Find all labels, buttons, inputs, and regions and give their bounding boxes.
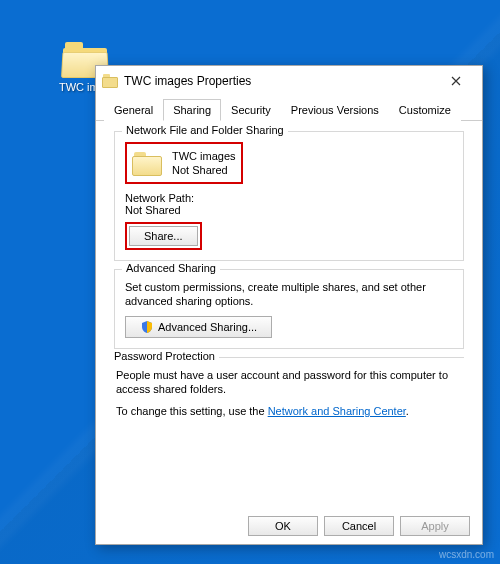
close-icon bbox=[451, 76, 461, 86]
tab-strip: General Sharing Security Previous Versio… bbox=[96, 98, 482, 121]
folder-icon bbox=[102, 74, 118, 88]
ok-button[interactable]: OK bbox=[248, 516, 318, 536]
watermark: wcsxdn.com bbox=[439, 549, 494, 560]
password-desc: People must have a user account and pass… bbox=[116, 368, 462, 396]
share-button[interactable]: Share... bbox=[129, 226, 198, 246]
tab-security[interactable]: Security bbox=[221, 99, 281, 121]
text: To change this setting, use the bbox=[116, 405, 268, 417]
network-sharing-center-link[interactable]: Network and Sharing Center bbox=[268, 405, 406, 417]
tab-general[interactable]: General bbox=[104, 99, 163, 121]
advanced-sharing-label: Advanced Sharing... bbox=[158, 321, 257, 333]
titlebar[interactable]: TWC images Properties bbox=[96, 66, 482, 96]
highlight-share-button: Share... bbox=[125, 222, 202, 250]
tab-previous-versions[interactable]: Previous Versions bbox=[281, 99, 389, 121]
properties-dialog: TWC images Properties General Sharing Se… bbox=[95, 65, 483, 545]
password-change-hint: To change this setting, use the Network … bbox=[116, 404, 462, 418]
group-legend: Network File and Folder Sharing bbox=[122, 124, 288, 136]
network-sharing-group: Network File and Folder Sharing TWC imag… bbox=[114, 131, 464, 261]
apply-button[interactable]: Apply bbox=[400, 516, 470, 536]
highlight-share-status: TWC images Not Shared bbox=[125, 142, 243, 184]
group-legend: Password Protection bbox=[114, 350, 219, 362]
share-status: Not Shared bbox=[172, 163, 236, 177]
network-path-value: Not Shared bbox=[125, 204, 453, 216]
group-legend: Advanced Sharing bbox=[122, 262, 220, 274]
advanced-desc: Set custom permissions, create multiple … bbox=[125, 280, 453, 308]
advanced-sharing-button[interactable]: Advanced Sharing... bbox=[125, 316, 272, 338]
text: . bbox=[406, 405, 409, 417]
tab-sharing[interactable]: Sharing bbox=[163, 99, 221, 121]
password-protection-group: Password Protection People must have a u… bbox=[114, 357, 464, 436]
cancel-button[interactable]: Cancel bbox=[324, 516, 394, 536]
folder-name: TWC images bbox=[172, 149, 236, 163]
advanced-sharing-group: Advanced Sharing Set custom permissions,… bbox=[114, 269, 464, 349]
shield-icon bbox=[140, 320, 154, 334]
dialog-footer: OK Cancel Apply bbox=[96, 508, 482, 544]
dialog-title: TWC images Properties bbox=[124, 74, 251, 88]
folder-icon bbox=[132, 150, 162, 176]
close-button[interactable] bbox=[436, 67, 476, 95]
network-path-label: Network Path: bbox=[125, 192, 453, 204]
tab-customize[interactable]: Customize bbox=[389, 99, 461, 121]
tab-content: Network File and Folder Sharing TWC imag… bbox=[96, 121, 482, 508]
